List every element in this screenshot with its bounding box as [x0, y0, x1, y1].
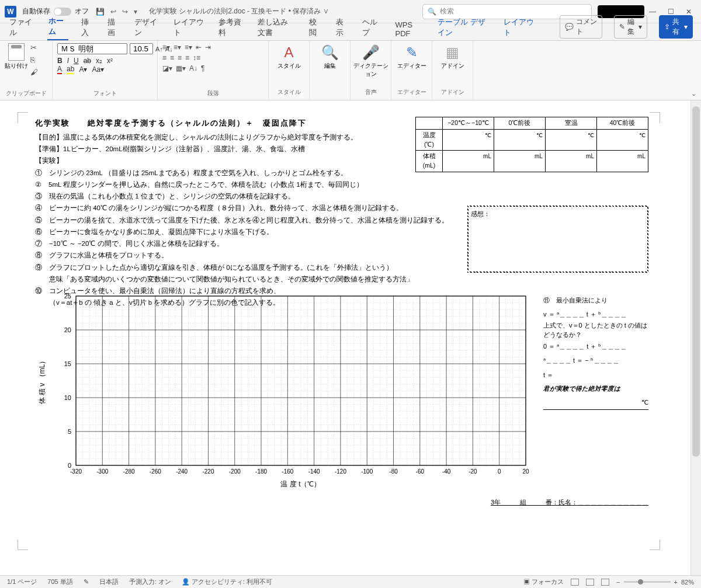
borders-button[interactable]: ▦▾: [176, 64, 186, 72]
group-clipboard: 貼り付け ✂ ⎘ 🖌 クリップボード: [0, 41, 53, 100]
tab-table-layout[interactable]: レイアウト: [502, 15, 536, 40]
bullets-button[interactable]: ≡▾: [162, 43, 170, 51]
format-painter-icon[interactable]: 🖌: [30, 68, 38, 76]
tab-table-design[interactable]: テーブル デザイン: [436, 15, 491, 40]
editor-icon[interactable]: ✎: [406, 44, 418, 61]
subscript-button[interactable]: x₂: [96, 57, 102, 65]
svg-text:体 積 v （mL）: 体 積 v （mL）: [38, 357, 46, 405]
svg-text:-220: -220: [202, 468, 214, 475]
line-spacing-button[interactable]: ↕≡: [193, 54, 200, 62]
svg-text:0: 0: [68, 462, 71, 469]
thoughts-box[interactable]: 感想：: [467, 206, 648, 273]
svg-text:25: 25: [64, 293, 71, 300]
step-text: ② 5mL 程度シリンダーを押し込み、自然に戻ったところで、体積を読む（小数点 …: [35, 180, 643, 190]
collapse-ribbon-icon[interactable]: ⌄: [691, 90, 696, 98]
svg-text:-80: -80: [389, 468, 398, 475]
zoom-slider[interactable]: [624, 581, 671, 583]
vertical-scrollbar[interactable]: [690, 100, 701, 575]
word-count[interactable]: 705 単語: [47, 577, 72, 586]
page: 化学実験 絶対零度を予測する（シャルルの法則）＋ 凝固点降下 【目的】温度による…: [18, 112, 660, 544]
addin-icon[interactable]: ▦: [446, 44, 459, 61]
redo-icon[interactable]: ↪: [122, 8, 128, 16]
justify-button[interactable]: ≡: [185, 54, 189, 62]
svg-text:20: 20: [522, 468, 529, 475]
close-button[interactable]: ✕: [686, 8, 692, 16]
web-layout-icon[interactable]: [601, 579, 609, 586]
focus-mode[interactable]: ▣ フォーカス: [523, 577, 564, 586]
page-indicator[interactable]: 1/1 ページ: [7, 577, 37, 586]
tab-references[interactable]: 参考資料: [217, 15, 245, 40]
align-left-button[interactable]: ≡: [162, 54, 166, 62]
tab-review[interactable]: 校閲: [308, 15, 322, 40]
find-icon[interactable]: 🔍: [321, 44, 339, 61]
cut-icon[interactable]: ✂: [30, 43, 38, 52]
font-size-select[interactable]: [130, 43, 153, 54]
ribbon-tabs: ファイル ホーム 挿入 描画 デザイン レイアウト 参考資料 差し込み文書 校閲…: [0, 23, 701, 41]
group-editor: ✎ エディター エディター: [391, 41, 432, 100]
language-indicator[interactable]: 日本語: [99, 577, 119, 586]
decrease-indent-button[interactable]: ⇤: [196, 43, 202, 51]
tab-home[interactable]: ホーム: [47, 13, 68, 40]
bold-button[interactable]: B: [57, 57, 63, 65]
svg-text:-260: -260: [150, 468, 161, 475]
maximize-button[interactable]: ☐: [668, 8, 674, 16]
tab-insert[interactable]: 挿入: [80, 15, 95, 40]
align-center-button[interactable]: ≡: [170, 54, 174, 62]
svg-text:-200: -200: [229, 468, 241, 475]
italic-button[interactable]: I: [67, 57, 69, 65]
align-right-button[interactable]: ≡: [178, 54, 182, 62]
tab-layout[interactable]: レイアウト: [172, 15, 206, 40]
search-icon: 🔍: [428, 8, 436, 16]
ime-indicator[interactable]: 予測入力: オン: [129, 577, 171, 586]
multilevel-button[interactable]: ≡▾: [185, 43, 192, 51]
print-layout-icon[interactable]: [586, 579, 594, 586]
toggle-icon[interactable]: [54, 8, 71, 16]
tab-design[interactable]: デザイン: [133, 15, 161, 40]
numbering-button[interactable]: ≡▾: [173, 43, 181, 51]
show-marks-button[interactable]: ¶: [201, 64, 204, 72]
underline-button[interactable]: U: [74, 57, 79, 65]
svg-text:-100: -100: [361, 468, 373, 475]
comments-button[interactable]: 💬 コメント: [560, 15, 602, 39]
text-effects-button[interactable]: A▾: [79, 65, 87, 74]
group-paragraph: ≡▾ ≡▾ ≡▾ ⇤ ⇥ ≡ ≡ ≡ ≡ ↕≡ ◪▾ ▦▾ A↓ ¶ 段落: [158, 41, 269, 100]
document-area[interactable]: 化学実験 絶対零度を予測する（シャルルの法則）＋ 凝固点降下 【目的】温度による…: [0, 100, 690, 575]
svg-text:-120: -120: [335, 468, 346, 475]
tab-file[interactable]: ファイル: [8, 15, 36, 40]
increase-indent-button[interactable]: ⇥: [205, 43, 211, 51]
read-mode-icon[interactable]: [571, 579, 579, 586]
font-name-select[interactable]: [57, 43, 127, 54]
font-color-button[interactable]: A: [57, 65, 62, 74]
share-button[interactable]: ⇪ 共有 ▾: [659, 15, 693, 39]
sort-button[interactable]: A↓: [189, 64, 197, 72]
styles-icon[interactable]: A: [284, 44, 293, 61]
tab-mailings[interactable]: 差し込み文書: [256, 15, 296, 40]
tab-draw[interactable]: 描画: [106, 15, 121, 40]
copy-icon[interactable]: ⎘: [30, 55, 38, 64]
strike-button[interactable]: ab: [84, 57, 91, 65]
group-font: A↑ A↓ B I U ab x₂ x² A ab A▾ Aa▾ フォント: [53, 41, 158, 100]
mic-icon[interactable]: 🎤: [362, 44, 380, 61]
tab-wps-pdf[interactable]: WPS PDF: [394, 18, 425, 40]
data-table[interactable]: −20℃～−10℃ 0℃前後 室温 40℃前後 温度(℃) ℃℃ ℃℃ 体積(m…: [415, 117, 648, 172]
change-case-button[interactable]: Aa▾: [92, 65, 104, 74]
zoom-control[interactable]: −+ 82%: [616, 579, 694, 586]
step-text: ③ 現在の気温（これも小数点 1 位まで）と、シリンジの空気の体積を記録する。: [35, 192, 643, 201]
status-bar: 1/1 ページ 705 単語 ✎ 日本語 予測入力: オン 👤 アクセシビリティ…: [0, 575, 701, 588]
editing-mode-button[interactable]: ✎ 編集 ▾: [614, 15, 648, 39]
svg-text:温 度  t（℃）: 温 度 t（℃）: [280, 480, 321, 488]
tab-help[interactable]: ヘルプ: [361, 15, 382, 40]
minimize-button[interactable]: —: [649, 8, 656, 16]
svg-text:-240: -240: [176, 468, 188, 475]
highlight-button[interactable]: ab: [67, 65, 74, 74]
svg-text:-320: -320: [70, 468, 82, 475]
shading-button[interactable]: ◪▾: [162, 64, 172, 72]
accessibility-indicator[interactable]: 👤 アクセシビリティ: 利用不可: [182, 577, 272, 586]
svg-text:-180: -180: [255, 468, 267, 475]
paste-button[interactable]: 貼り付け: [5, 43, 28, 76]
group-editing: 🔍 編集: [310, 41, 350, 100]
spellcheck-icon[interactable]: ✎: [84, 578, 89, 586]
superscript-button[interactable]: x²: [107, 57, 113, 65]
save-icon[interactable]: 💾: [96, 8, 105, 16]
tab-view[interactable]: 表示: [335, 15, 349, 40]
